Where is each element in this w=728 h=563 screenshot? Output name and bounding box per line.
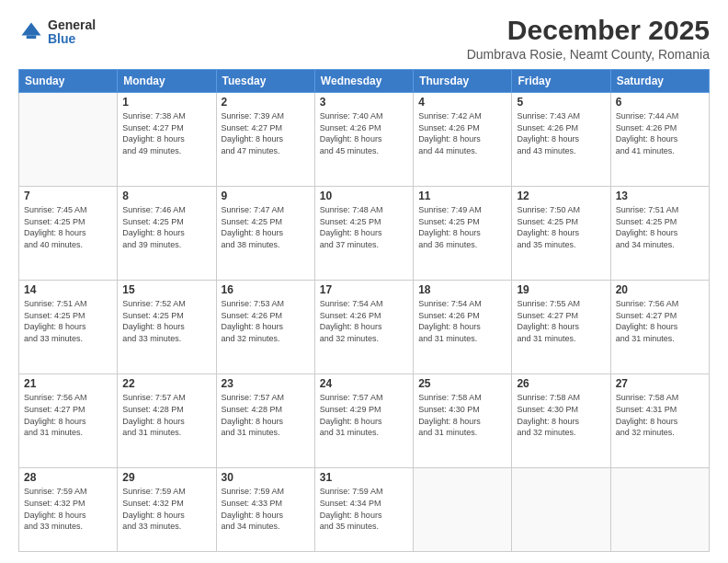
logo: General Blue [18, 18, 96, 47]
day-info: Sunrise: 7:54 AMSunset: 4:26 PMDaylight:… [320, 298, 408, 344]
day-number: 29 [122, 471, 210, 484]
day-info: Sunrise: 7:50 AMSunset: 4:25 PMDaylight:… [517, 204, 605, 250]
day-number: 25 [418, 377, 506, 390]
day-number: 4 [418, 96, 506, 109]
day-number: 14 [24, 283, 112, 296]
logo-blue: Blue [48, 31, 75, 46]
day-number: 8 [122, 190, 210, 202]
table-row: 3Sunrise: 7:40 AMSunset: 4:26 PMDaylight… [314, 93, 413, 187]
table-row: 18Sunrise: 7:54 AMSunset: 4:26 PMDayligh… [414, 281, 512, 374]
day-info: Sunrise: 7:55 AMSunset: 4:27 PMDaylight:… [517, 298, 605, 344]
day-number: 2 [222, 96, 310, 109]
title-block: December 2025 Dumbrava Rosie, Neamt Coun… [467, 15, 710, 62]
day-number: 24 [320, 377, 408, 390]
day-number: 26 [517, 377, 605, 390]
day-info: Sunrise: 7:57 AMSunset: 4:28 PMDaylight:… [222, 392, 310, 438]
table-row: 2Sunrise: 7:39 AMSunset: 4:27 PMDaylight… [216, 93, 314, 187]
calendar-week-row: 1Sunrise: 7:38 AMSunset: 4:27 PMDaylight… [19, 93, 710, 187]
table-row: 26Sunrise: 7:58 AMSunset: 4:30 PMDayligh… [512, 374, 610, 468]
day-number: 12 [517, 190, 605, 202]
day-number: 6 [616, 96, 704, 109]
day-number: 20 [616, 283, 704, 296]
table-row: 5Sunrise: 7:43 AMSunset: 4:26 PMDaylight… [512, 93, 610, 187]
table-row: 9Sunrise: 7:47 AMSunset: 4:25 PMDaylight… [216, 187, 314, 281]
day-info: Sunrise: 7:57 AMSunset: 4:28 PMDaylight:… [122, 392, 210, 438]
day-info: Sunrise: 7:49 AMSunset: 4:25 PMDaylight:… [418, 204, 506, 250]
month-title: December 2025 [467, 15, 710, 45]
table-row: 12Sunrise: 7:50 AMSunset: 4:25 PMDayligh… [512, 187, 610, 281]
day-number: 27 [616, 377, 704, 390]
day-info: Sunrise: 7:56 AMSunset: 4:27 PMDaylight:… [616, 298, 704, 344]
table-row: 14Sunrise: 7:51 AMSunset: 4:25 PMDayligh… [19, 281, 118, 374]
day-number: 7 [24, 190, 112, 202]
table-row [19, 93, 118, 187]
logo-general: General [48, 17, 96, 32]
table-row: 28Sunrise: 7:59 AMSunset: 4:32 PMDayligh… [19, 468, 118, 552]
table-row: 23Sunrise: 7:57 AMSunset: 4:28 PMDayligh… [216, 374, 314, 468]
svg-marker-0 [22, 23, 41, 36]
day-info: Sunrise: 7:56 AMSunset: 4:27 PMDaylight:… [24, 392, 112, 438]
calendar-week-row: 28Sunrise: 7:59 AMSunset: 4:32 PMDayligh… [19, 468, 710, 552]
table-row [414, 468, 512, 552]
table-row: 4Sunrise: 7:42 AMSunset: 4:26 PMDaylight… [414, 93, 512, 187]
table-row: 8Sunrise: 7:46 AMSunset: 4:25 PMDaylight… [118, 187, 216, 281]
day-info: Sunrise: 7:51 AMSunset: 4:25 PMDaylight:… [616, 204, 704, 250]
table-row: 21Sunrise: 7:56 AMSunset: 4:27 PMDayligh… [19, 374, 118, 468]
day-number: 5 [517, 96, 605, 109]
day-info: Sunrise: 7:58 AMSunset: 4:30 PMDaylight:… [418, 392, 506, 438]
table-row: 19Sunrise: 7:55 AMSunset: 4:27 PMDayligh… [512, 281, 610, 374]
header: General Blue December 2025 Dumbrava Rosi… [18, 15, 710, 62]
day-number: 13 [616, 190, 704, 202]
day-number: 28 [24, 471, 112, 484]
day-number: 1 [122, 96, 210, 109]
day-info: Sunrise: 7:44 AMSunset: 4:26 PMDaylight:… [616, 110, 704, 156]
day-number: 10 [320, 190, 408, 202]
day-info: Sunrise: 7:58 AMSunset: 4:31 PMDaylight:… [616, 392, 704, 438]
day-number: 18 [418, 283, 506, 296]
col-sunday: Sunday [19, 70, 118, 93]
calendar-week-row: 7Sunrise: 7:45 AMSunset: 4:25 PMDaylight… [19, 187, 710, 281]
day-info: Sunrise: 7:59 AMSunset: 4:33 PMDaylight:… [222, 486, 310, 532]
day-info: Sunrise: 7:48 AMSunset: 4:25 PMDaylight:… [320, 204, 408, 250]
calendar-table: Sunday Monday Tuesday Wednesday Thursday… [18, 69, 710, 552]
page: General Blue December 2025 Dumbrava Rosi… [0, 0, 728, 563]
day-info: Sunrise: 7:53 AMSunset: 4:26 PMDaylight:… [222, 298, 310, 344]
day-number: 22 [122, 377, 210, 390]
table-row: 15Sunrise: 7:52 AMSunset: 4:25 PMDayligh… [118, 281, 216, 374]
table-row: 30Sunrise: 7:59 AMSunset: 4:33 PMDayligh… [216, 468, 314, 552]
day-number: 23 [222, 377, 310, 390]
day-number: 21 [24, 377, 112, 390]
day-number: 3 [320, 96, 408, 109]
day-info: Sunrise: 7:59 AMSunset: 4:32 PMDaylight:… [24, 486, 112, 532]
table-row: 13Sunrise: 7:51 AMSunset: 4:25 PMDayligh… [610, 187, 709, 281]
day-info: Sunrise: 7:39 AMSunset: 4:27 PMDaylight:… [222, 110, 310, 156]
day-info: Sunrise: 7:59 AMSunset: 4:32 PMDaylight:… [122, 486, 210, 532]
col-saturday: Saturday [610, 70, 709, 93]
table-row: 1Sunrise: 7:38 AMSunset: 4:27 PMDaylight… [118, 93, 216, 187]
day-info: Sunrise: 7:43 AMSunset: 4:26 PMDaylight:… [517, 110, 605, 156]
table-row: 22Sunrise: 7:57 AMSunset: 4:28 PMDayligh… [118, 374, 216, 468]
day-number: 30 [222, 471, 310, 484]
day-number: 31 [320, 471, 408, 484]
table-row: 24Sunrise: 7:57 AMSunset: 4:29 PMDayligh… [314, 374, 413, 468]
day-info: Sunrise: 7:42 AMSunset: 4:26 PMDaylight:… [418, 110, 506, 156]
table-row: 29Sunrise: 7:59 AMSunset: 4:32 PMDayligh… [118, 468, 216, 552]
day-number: 17 [320, 283, 408, 296]
calendar-week-row: 14Sunrise: 7:51 AMSunset: 4:25 PMDayligh… [19, 281, 710, 374]
table-row: 16Sunrise: 7:53 AMSunset: 4:26 PMDayligh… [216, 281, 314, 374]
table-row: 11Sunrise: 7:49 AMSunset: 4:25 PMDayligh… [414, 187, 512, 281]
col-friday: Friday [512, 70, 610, 93]
table-row: 7Sunrise: 7:45 AMSunset: 4:25 PMDaylight… [19, 187, 118, 281]
day-info: Sunrise: 7:57 AMSunset: 4:29 PMDaylight:… [320, 392, 408, 438]
day-info: Sunrise: 7:54 AMSunset: 4:26 PMDaylight:… [418, 298, 506, 344]
day-info: Sunrise: 7:45 AMSunset: 4:25 PMDaylight:… [24, 204, 112, 250]
table-row [512, 468, 610, 552]
day-info: Sunrise: 7:58 AMSunset: 4:30 PMDaylight:… [517, 392, 605, 438]
day-number: 19 [517, 283, 605, 296]
table-row: 6Sunrise: 7:44 AMSunset: 4:26 PMDaylight… [610, 93, 709, 187]
calendar-header-row: Sunday Monday Tuesday Wednesday Thursday… [19, 70, 710, 93]
table-row: 27Sunrise: 7:58 AMSunset: 4:31 PMDayligh… [610, 374, 709, 468]
day-number: 11 [418, 190, 506, 202]
day-info: Sunrise: 7:59 AMSunset: 4:34 PMDaylight:… [320, 486, 408, 532]
col-monday: Monday [118, 70, 216, 93]
